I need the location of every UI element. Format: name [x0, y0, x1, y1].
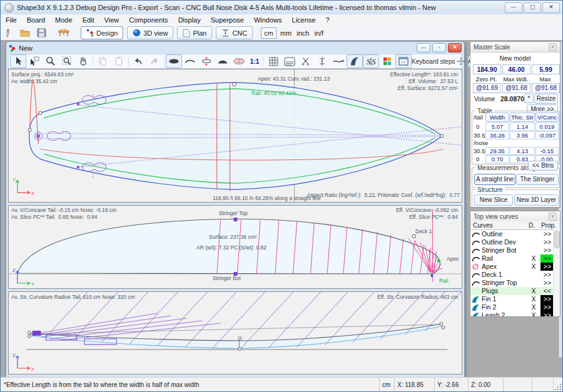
curve-row-outline[interactable]: Outline>>	[470, 230, 560, 238]
width-col-header[interactable]: Width	[485, 113, 509, 122]
select-tool-icon[interactable]	[10, 54, 26, 68]
menu-mode[interactable]: Mode	[50, 16, 78, 24]
thickness-field[interactable]: 5.99	[532, 64, 560, 74]
table-cell[interactable]: 36.28	[485, 131, 509, 139]
table-cell[interactable]: 29.35	[485, 147, 509, 155]
curves-scrollbar[interactable]	[553, 229, 560, 316]
new-slice-button[interactable]: New Slice	[474, 194, 513, 206]
redo-icon[interactable]	[146, 54, 163, 68]
width-field[interactable]: 46.00	[502, 64, 530, 74]
select-box-tool-icon[interactable]	[26, 54, 43, 68]
curve-row-leash[interactable]: Leash 2X>>	[470, 311, 560, 317]
zoom-area-tool-icon[interactable]	[59, 54, 75, 68]
unit-inch[interactable]: inch	[294, 29, 312, 37]
move-steps-icon[interactable]	[455, 54, 467, 68]
prop-button[interactable]: >>	[540, 263, 554, 271]
star-button[interactable]: *	[524, 94, 534, 103]
menu-view[interactable]: View	[99, 16, 124, 24]
scale-1to1-icon[interactable]: 1:1	[247, 54, 262, 68]
curve-row-deck1[interactable]: Deck 1>>	[470, 271, 560, 279]
thickness-col-header[interactable]: Thic. Str	[510, 113, 535, 122]
rocker-view-panel[interactable]: Z X Av. Str. Curvature Radius Tail: 610 …	[8, 291, 462, 374]
resize-button[interactable]: Resize	[534, 94, 558, 104]
slices-panel-icon[interactable]	[282, 54, 298, 68]
save-icon[interactable]	[34, 27, 48, 39]
pan-tool-icon[interactable]	[75, 54, 91, 68]
design-mode-button[interactable]: Design	[81, 26, 123, 39]
length-field[interactable]: 184.90	[473, 64, 501, 74]
close-icon[interactable]: x	[549, 213, 557, 221]
menu-board[interactable]: Board	[22, 16, 50, 24]
table-cell[interactable]: 1.14	[510, 123, 535, 131]
menu-edit[interactable]: Edit	[78, 16, 99, 24]
curve-row-stringer-bot[interactable]: Stringer Bot>>	[470, 246, 560, 254]
doc-restore-button[interactable]: ▫	[432, 43, 446, 53]
fin-tool-icon[interactable]	[347, 54, 363, 68]
table-cell[interactable]: 0.019	[535, 123, 559, 131]
table-cell[interactable]: -0.15	[535, 147, 559, 155]
curve-row-apex[interactable]: ApexX>>	[470, 263, 560, 271]
curve-row-fin2[interactable]: Fin 2X>>	[470, 303, 560, 311]
max-wdt-field[interactable]: @91.68	[502, 83, 530, 93]
menu-components[interactable]: Components	[124, 16, 173, 24]
curve-row-rail[interactable]: RailX>>	[470, 254, 560, 263]
table-cell[interactable]: 4.13	[510, 147, 535, 155]
scrollbar-thumb[interactable]	[554, 231, 560, 248]
prop-button[interactable]: >>	[540, 230, 554, 238]
measure-cross-icon[interactable]	[314, 54, 330, 68]
copy-icon[interactable]	[94, 54, 111, 68]
3d-view-button[interactable]: 3D view	[127, 26, 173, 39]
table-cell[interactable]: 0.70	[485, 155, 509, 163]
prop-button[interactable]: >>	[540, 311, 554, 317]
cut-tool-icon[interactable]	[298, 54, 314, 68]
table-cell[interactable]: -0.097	[535, 131, 559, 139]
cnc-button[interactable]: CNC	[216, 26, 253, 39]
table-cell[interactable]: 3.96	[510, 131, 535, 139]
airbrush-icon[interactable]	[2, 27, 16, 39]
unit-inf[interactable]: in/f	[312, 29, 326, 37]
stringer-button[interactable]: The Stringer	[516, 174, 559, 185]
outline-view-icon[interactable]	[166, 54, 182, 68]
prop-button[interactable]: >>	[540, 279, 554, 287]
menu-windows[interactable]: Windows	[249, 16, 287, 24]
unit-cm[interactable]: cm	[261, 28, 276, 39]
curves-caption[interactable]: Top view curves x	[470, 211, 560, 222]
slice-view-icon[interactable]	[198, 54, 215, 68]
vconc-col-header[interactable]: V/Conc	[535, 113, 559, 122]
curve-measure-icon[interactable]	[330, 54, 347, 68]
prop-button[interactable]: >>	[540, 254, 554, 263]
model-name[interactable]: New model	[470, 55, 560, 62]
menu-license[interactable]: License	[287, 16, 321, 24]
zoom-tool-icon[interactable]	[43, 54, 59, 68]
close-button[interactable]: ✕	[542, 3, 560, 13]
curve-row-outline-dev[interactable]: Outline Dev>>	[470, 238, 560, 246]
prop-button[interactable]: >>	[540, 238, 554, 246]
doc-close-button[interactable]: ✕	[448, 43, 462, 53]
open-folder-icon[interactable]	[18, 27, 32, 39]
close-icon[interactable]: x	[549, 43, 557, 51]
new-3d-layer-button[interactable]: New 3D Layer	[514, 194, 559, 206]
workbench-icon[interactable]	[57, 27, 71, 39]
palette-icon[interactable]	[379, 54, 395, 68]
outline-view-panel[interactable]: Y X Surface proj.: 6549.63 cm²Av. width:…	[8, 69, 462, 203]
paste-icon[interactable]	[111, 54, 127, 68]
profile-view-icon[interactable]	[182, 54, 198, 68]
resize-grip[interactable]	[553, 378, 562, 391]
doc-minimize-button[interactable]: —	[417, 43, 430, 53]
unit-mm[interactable]: mm	[278, 29, 294, 37]
prop-button[interactable]: >>	[540, 295, 554, 303]
board-grid-view-icon[interactable]	[231, 54, 247, 68]
menu-help[interactable]: ?	[320, 16, 334, 24]
menu-display[interactable]: Display	[173, 16, 206, 24]
undo-icon[interactable]	[130, 54, 146, 68]
prop-button[interactable]: >>	[540, 246, 554, 254]
grid-icon[interactable]	[265, 54, 282, 68]
menu-superpose[interactable]: Superpose	[206, 16, 249, 24]
slice-view-panel[interactable]: Z Y Av. V/Concave Tail: -0.15 cm Nose: -…	[8, 205, 462, 289]
prop-button[interactable]: >>	[540, 271, 554, 279]
master-scale-caption[interactable]: Master Scale x	[470, 42, 560, 53]
properties-window-icon[interactable]	[395, 54, 412, 68]
s-curves-icon[interactable]: SS	[363, 54, 379, 68]
document-titlebar[interactable]: New — ▫ ✕	[6, 42, 464, 54]
minimize-button[interactable]: —	[505, 3, 522, 13]
